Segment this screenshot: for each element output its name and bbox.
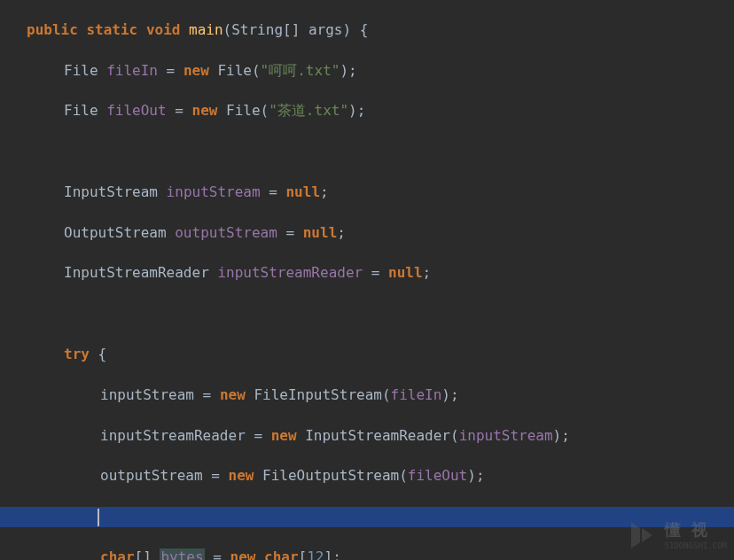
code-line: File fileIn = new File("呵呵.txt"); <box>0 61 734 82</box>
code-line: outputStream = new FileOutputStream(file… <box>0 466 734 486</box>
code-line: InputStream inputStream = null; <box>0 183 734 203</box>
text-cursor <box>98 509 99 526</box>
watermark-text: 懂 视 <box>665 518 727 541</box>
code-line: inputStreamReader = new InputStreamReade… <box>0 426 734 447</box>
watermark: 懂 视 51DONGSHI.COM <box>624 517 727 553</box>
code-line: InputStreamReader inputStreamReader = nu… <box>0 263 734 284</box>
code-line <box>0 304 734 324</box>
code-line: try { <box>0 345 734 365</box>
code-line <box>0 142 734 162</box>
code-line: OutputStream outputStream = null; <box>0 223 734 244</box>
code-line: public static void main(String[] args) { <box>0 20 734 41</box>
watermark-sub: 51DONGSHI.COM <box>665 541 727 552</box>
code-line: File fileOut = new File("茶道.txt"); <box>0 101 734 121</box>
code-line: inputStream = new FileInputStream(fileIn… <box>0 385 734 406</box>
code-editor[interactable]: public static void main(String[] args) {… <box>0 0 734 560</box>
play-icon <box>624 517 660 553</box>
